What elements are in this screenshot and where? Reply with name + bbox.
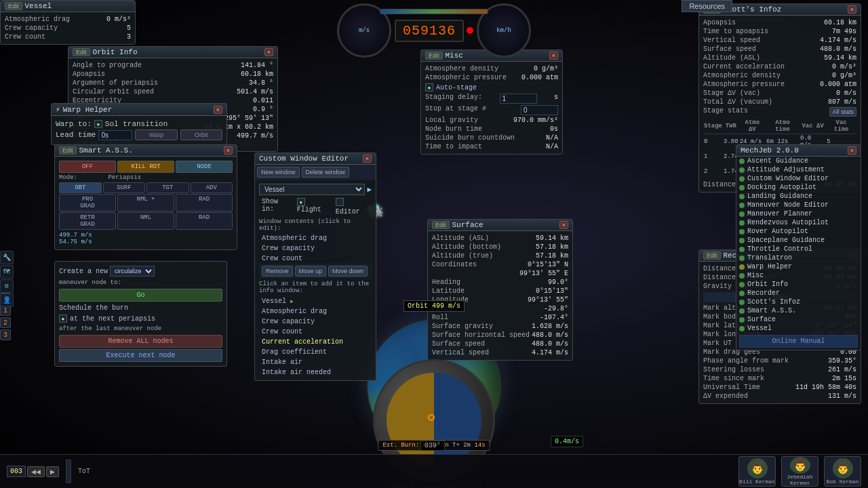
orbit-edit-button[interactable]: Edit: [73, 48, 90, 56]
warp-warp-button[interactable]: Warp: [135, 129, 177, 140]
orbit-circular-speed-row: Circular orbit speed 501.4 m/s: [73, 87, 273, 96]
mj-item-translatron[interactable]: Translatron: [736, 253, 861, 262]
maneuver-go-button[interactable]: Go: [59, 289, 222, 302]
mj-item-docking[interactable]: Docking Autopilot: [736, 183, 861, 192]
mj-item-scotts-infoz[interactable]: Scott's Infoz: [736, 298, 861, 306]
vessel-edit-button[interactable]: Edit: [5, 2, 22, 10]
cwe-flight-option[interactable]: ● Flight: [297, 198, 330, 216]
misc-auto-stage-checkbox[interactable]: ●: [425, 83, 433, 92]
sass-pro-grad[interactable]: PROGRAD: [59, 194, 116, 211]
sass-kill-button[interactable]: KILL ROT: [117, 161, 174, 173]
cwe-arrow-button[interactable]: ▶: [367, 185, 372, 194]
surface-alt-true-row: Altitude (true) 57.18 km: [432, 251, 568, 260]
surface-panel-header: Edit Surface ×: [428, 220, 572, 231]
warp-to-row: Warp to: ● Sol transition: [56, 120, 222, 128]
sass-retr-grad[interactable]: RETRGRAD: [59, 212, 116, 230]
misc-stop-stage-input[interactable]: [521, 105, 558, 115]
cwe-remove-button[interactable]: Remove: [262, 266, 293, 277]
mechjeb-online-manual-button[interactable]: Online Manual: [739, 335, 858, 348]
maneuver-execute-next-button[interactable]: Execute next node: [59, 349, 222, 362]
mj-item-smart-ass[interactable]: Smart A.S.S.: [736, 306, 861, 315]
maneuver-next-periapsis-checkbox[interactable]: ●: [59, 314, 67, 323]
cwe-editor-option[interactable]: Editor: [336, 198, 369, 216]
cwe-show-in-row: Show in: ● Flight Editor: [259, 197, 372, 217]
smart-ass-edit-button[interactable]: Edit: [59, 146, 77, 155]
scotts-all-stats-button[interactable]: All stats: [829, 107, 856, 117]
cwe-new-window-button[interactable]: New window: [257, 167, 300, 178]
sass-mode-surf[interactable]: SURF: [103, 182, 146, 193]
mj-dot-vessel: [739, 326, 745, 331]
mechjeb-close-button[interactable]: ×: [848, 146, 856, 155]
mj-item-rover[interactable]: Rover Autopilot: [736, 227, 861, 236]
mj-item-maneuver-node[interactable]: Maneuver Node Editor: [736, 201, 861, 209]
mj-item-warp-helper[interactable]: Warp Helper: [736, 262, 861, 271]
surface-close-button[interactable]: ×: [559, 221, 568, 229]
cwe-avail-intake-air[interactable]: Intake air: [259, 357, 372, 367]
cwe-avail-crew-count[interactable]: Crew count: [259, 327, 372, 337]
maneuver-remove-all-button[interactable]: Remove ALL nodes: [59, 335, 222, 348]
mj-item-cwe[interactable]: Custom Window Editor: [736, 174, 861, 183]
mj-item-orbit-info[interactable]: Orbit Info: [736, 280, 861, 289]
toolbar-icon-map[interactable]: 🗺: [0, 265, 14, 279]
warp-icon: ⚡: [56, 105, 60, 114]
maneuver-type-dropdown[interactable]: circulalize: [110, 266, 155, 277]
surface-horiz-speed-row: Surface horizontal speed 488.0 m/s: [432, 331, 568, 340]
mj-item-surface[interactable]: Surface: [736, 315, 861, 324]
misc-suicide-burn-row: Suicide burn countdown N/A: [425, 134, 558, 142]
mj-item-attitude[interactable]: Attitude Adjustment: [736, 165, 861, 174]
surface-heading-row: Heading 99.0°: [432, 278, 568, 287]
cwe-move-down-button[interactable]: Move down: [328, 266, 368, 277]
resources-button[interactable]: Resources: [682, 0, 732, 12]
staging-play-button[interactable]: ▶: [46, 466, 59, 477]
mj-item-throttle[interactable]: Throttle Control: [736, 245, 861, 253]
toolbar-icon-crew[interactable]: 👤: [0, 293, 14, 307]
cwe-avail-crew-cap[interactable]: Crew capacity: [259, 317, 372, 327]
cwe-move-up-button[interactable]: Move up: [295, 266, 327, 277]
sass-nml[interactable]: NML: [117, 212, 174, 230]
recorder-edit-button[interactable]: Edit: [703, 251, 721, 260]
warp-lead-time-input[interactable]: [98, 130, 132, 140]
misc-staging-delay-input[interactable]: [500, 94, 537, 104]
sass-node-button[interactable]: NODE: [176, 161, 233, 173]
mj-dot-scotts-infoz: [739, 300, 745, 305]
cwe-avail-vessel[interactable]: Vessel ▶: [259, 296, 372, 306]
cwe-avail-drag-coef[interactable]: Drag coefficient: [259, 347, 372, 357]
cwe-item-atmospheric-drag[interactable]: Atmospheric drag: [259, 233, 372, 243]
scotts-close-button[interactable]: ×: [848, 5, 856, 14]
surface-edit-button[interactable]: Edit: [432, 221, 450, 229]
mj-dot-maneuver-planner: [739, 211, 745, 217]
cwe-avail-intake-needed[interactable]: Intake air needed: [259, 367, 372, 378]
warp-close-button[interactable]: ×: [214, 106, 222, 114]
sass-mode-obt[interactable]: OBT: [59, 182, 102, 193]
sass-mode-tgt[interactable]: TGT: [146, 182, 189, 193]
mj-item-vessel[interactable]: Vessel: [736, 324, 861, 333]
sass-off-button[interactable]: OFF: [59, 161, 116, 173]
sass-mode-adv[interactable]: ADV: [191, 182, 233, 193]
cwe-close-button[interactable]: ×: [363, 155, 372, 163]
sass-rad-2[interactable]: RAD: [176, 212, 233, 230]
warp-radio[interactable]: ●: [94, 120, 102, 128]
sass-nml-plus[interactable]: NML +: [117, 194, 174, 211]
mj-item-recorder[interactable]: Recorder: [736, 289, 861, 298]
orbit-close-button[interactable]: ×: [264, 48, 273, 56]
mj-item-rendezvous[interactable]: Rendezvous Autopilot: [736, 218, 861, 227]
mj-item-ascent-guidance[interactable]: Ascent Guidance: [736, 157, 861, 165]
mj-item-landing[interactable]: Landing Guidance: [736, 192, 861, 201]
warp-lead-time-label: Lead time: [56, 131, 96, 139]
sass-rad-1[interactable]: RAD: [176, 194, 233, 211]
mj-item-maneuver-planner[interactable]: Maneuver Planner: [736, 209, 861, 218]
mj-item-spaceplane[interactable]: Spaceplane Guidance: [736, 236, 861, 245]
toolbar-icon-settings[interactable]: ⚙: [0, 279, 14, 293]
misc-close-button[interactable]: ×: [549, 52, 558, 60]
cwe-item-crew-count[interactable]: Crew count: [259, 253, 372, 264]
cwe-avail-current-accel[interactable]: Current acceleration: [259, 337, 372, 347]
mj-item-misc[interactable]: Misc: [736, 271, 861, 280]
warp-orbit-button[interactable]: Orbit: [180, 129, 222, 140]
cwe-item-crew-capacity[interactable]: Crew capacity: [259, 243, 372, 253]
cwe-delete-window-button[interactable]: Delete window: [302, 167, 350, 178]
toolbar-icon-wrench[interactable]: 🔧: [0, 251, 14, 264]
staging-rewind-button[interactable]: ◀◀: [27, 466, 45, 477]
cwe-avail-atmo-drag[interactable]: Atmospheric drag: [259, 306, 372, 317]
cwe-vessel-dropdown[interactable]: Vessel: [259, 184, 365, 195]
smart-ass-close-button[interactable]: ×: [224, 146, 233, 155]
